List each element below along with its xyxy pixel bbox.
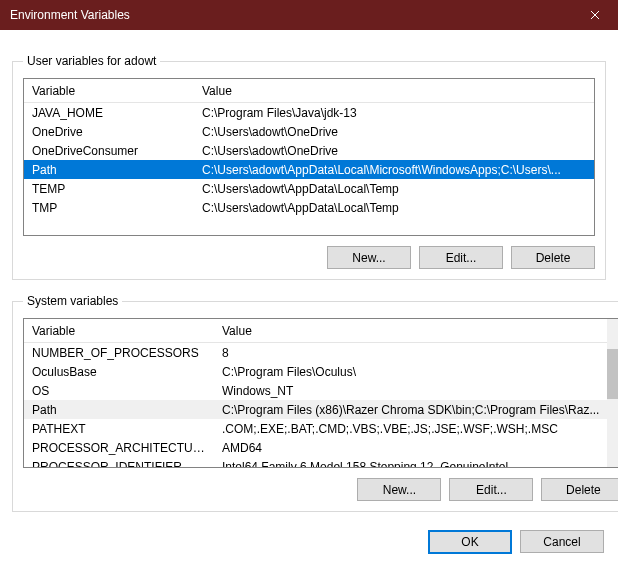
dialog-footer: OK Cancel [12, 530, 606, 554]
close-icon[interactable] [572, 0, 618, 30]
col-value[interactable]: Value [194, 80, 594, 102]
variable-name: OS [24, 382, 214, 400]
table-row[interactable]: OneDriveC:\Users\adowt\OneDrive [24, 122, 594, 141]
variable-name: PROCESSOR_ARCHITECTURE [24, 439, 214, 457]
table-row[interactable]: TEMPC:\Users\adowt\AppData\Local\Temp [24, 179, 594, 198]
variable-value: C:\Users\adowt\OneDrive [194, 123, 594, 141]
titlebar: Environment Variables [0, 0, 618, 30]
table-row[interactable]: PROCESSOR_ARCHITECTUREAMD64 [24, 438, 607, 457]
list-header: Variable Value [24, 79, 594, 103]
variable-value: C:\Program Files\Oculus\ [214, 363, 607, 381]
user-delete-button[interactable]: Delete [511, 246, 595, 269]
system-variables-list[interactable]: Variable Value NUMBER_OF_PROCESSORS8Ocul… [23, 318, 618, 468]
scrollbar-thumb[interactable] [607, 349, 618, 399]
variable-name: PATHEXT [24, 420, 214, 438]
variable-value: C:\Program Files\Java\jdk-13 [194, 104, 594, 122]
variable-value: C:\Program Files (x86)\Razer Chroma SDK\… [214, 401, 607, 419]
table-row[interactable]: PATHEXT.COM;.EXE;.BAT;.CMD;.VBS;.VBE;.JS… [24, 419, 607, 438]
variable-name: NUMBER_OF_PROCESSORS [24, 344, 214, 362]
variable-value: C:\Users\adowt\OneDrive [194, 142, 594, 160]
list-header: Variable Value [24, 319, 618, 343]
variable-value: AMD64 [214, 439, 607, 457]
variable-name: Path [24, 401, 214, 419]
variable-value: C:\Users\adowt\AppData\Local\Temp [194, 199, 594, 217]
variable-value: Intel64 Family 6 Model 158 Stepping 12, … [214, 458, 607, 468]
variable-value: 8 [214, 344, 607, 362]
variable-value: .COM;.EXE;.BAT;.CMD;.VBS;.VBE;.JS;.JSE;.… [214, 420, 607, 438]
table-row[interactable]: PathC:\Program Files (x86)\Razer Chroma … [24, 400, 607, 419]
variable-name: TEMP [24, 180, 194, 198]
user-buttons: New... Edit... Delete [23, 246, 595, 269]
window-body: User variables for adowt Variable Value … [0, 30, 618, 585]
window-title: Environment Variables [10, 8, 572, 22]
ok-button[interactable]: OK [428, 530, 512, 554]
variable-name: JAVA_HOME [24, 104, 194, 122]
variable-name: OculusBase [24, 363, 214, 381]
col-variable[interactable]: Variable [24, 320, 214, 342]
table-row[interactable]: NUMBER_OF_PROCESSORS8 [24, 343, 607, 362]
cancel-button[interactable]: Cancel [520, 530, 604, 553]
variable-value: C:\Users\adowt\AppData\Local\Microsoft\W… [194, 161, 594, 179]
user-edit-button[interactable]: Edit... [419, 246, 503, 269]
variable-name: PROCESSOR_IDENTIFIER [24, 458, 214, 468]
table-row[interactable]: OSWindows_NT [24, 381, 607, 400]
user-variables-legend: User variables for adowt [23, 54, 160, 68]
user-new-button[interactable]: New... [327, 246, 411, 269]
table-row[interactable]: OneDriveConsumerC:\Users\adowt\OneDrive [24, 141, 594, 160]
table-row[interactable]: PathC:\Users\adowt\AppData\Local\Microso… [24, 160, 594, 179]
system-edit-button[interactable]: Edit... [449, 478, 533, 501]
system-delete-button[interactable]: Delete [541, 478, 618, 501]
variable-name: TMP [24, 199, 194, 217]
variable-value: C:\Users\adowt\AppData\Local\Temp [194, 180, 594, 198]
variable-name: Path [24, 161, 194, 179]
table-row[interactable]: PROCESSOR_IDENTIFIERIntel64 Family 6 Mod… [24, 457, 607, 467]
variable-value: Windows_NT [214, 382, 607, 400]
system-buttons: New... Edit... Delete [23, 478, 618, 501]
variable-name: OneDrive [24, 123, 194, 141]
scrollbar[interactable] [607, 319, 618, 467]
system-new-button[interactable]: New... [357, 478, 441, 501]
user-variables-list[interactable]: Variable Value JAVA_HOMEC:\Program Files… [23, 78, 595, 236]
table-row[interactable]: TMPC:\Users\adowt\AppData\Local\Temp [24, 198, 594, 217]
user-variables-group: User variables for adowt Variable Value … [12, 54, 606, 280]
col-variable[interactable]: Variable [24, 80, 194, 102]
system-variables-group: System variables Variable Value NUMBER_O… [12, 294, 618, 512]
variable-name: OneDriveConsumer [24, 142, 194, 160]
system-variables-legend: System variables [23, 294, 122, 308]
col-value[interactable]: Value [214, 320, 618, 342]
table-row[interactable]: JAVA_HOMEC:\Program Files\Java\jdk-13 [24, 103, 594, 122]
table-row[interactable]: OculusBaseC:\Program Files\Oculus\ [24, 362, 607, 381]
